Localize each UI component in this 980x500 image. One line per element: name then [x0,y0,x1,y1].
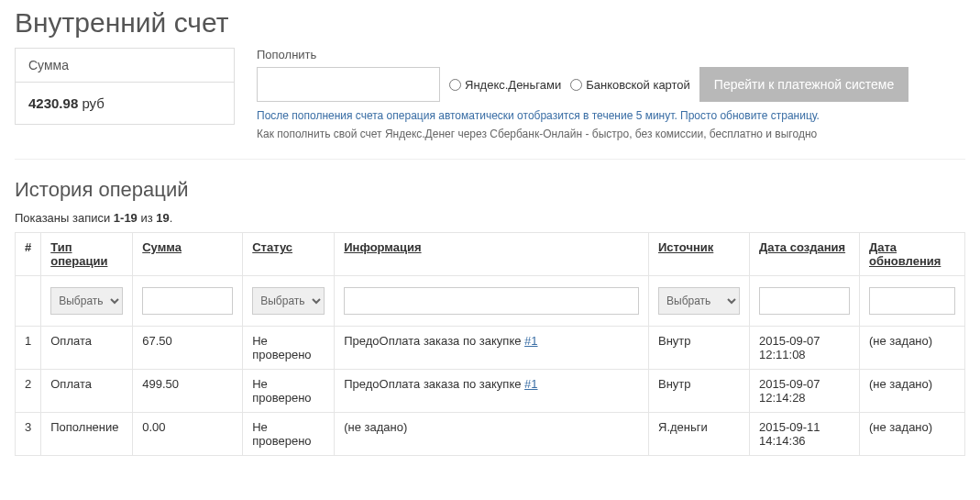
header-info-link[interactable]: Информация [344,240,421,254]
filter-created-input[interactable] [759,287,850,315]
order-link[interactable]: #1 [524,334,537,348]
header-created-link[interactable]: Дата создания [759,240,845,254]
cell-idx: 1 [16,327,41,370]
cell-updated: (не задано) [860,413,965,456]
cell-type: Оплата [41,370,133,413]
radio-yandex-input[interactable] [449,79,461,91]
header-source-link[interactable]: Источник [658,240,713,254]
header-status-link[interactable]: Статус [252,240,292,254]
cell-status: Не проверено [243,370,335,413]
topup-hint-2: Как пополнить свой счет Яндекс.Денег чер… [257,128,965,140]
records-info: Показаны записи 1-19 из 19. [15,211,965,225]
cell-created: 2015-09-07 12:11:08 [750,327,860,370]
cell-updated: (не задано) [860,370,965,413]
cell-status: Не проверено [243,327,335,370]
filter-updated-input[interactable] [869,287,955,315]
table-row: 3Пополнение0.00Не проверено(не задано)Я.… [16,413,965,456]
history-table: # Тип операции Сумма Статус Информация И… [15,232,965,456]
filter-status-select[interactable]: Выбрать [252,287,325,315]
header-updated-link[interactable]: Дата обновления [869,240,941,268]
page-title: Внутренний счет [15,7,965,39]
topup-title: Пополнить [257,48,965,61]
radio-yandex[interactable]: Яндекс.Деньгами [449,78,561,92]
cell-created: 2015-09-07 12:14:28 [750,370,860,413]
table-row: 1Оплата67.50Не провереноПредоОплата зака… [16,327,965,370]
cell-idx: 3 [16,413,41,456]
cell-info: (не задано) [335,413,649,456]
cell-updated: (не задано) [860,327,965,370]
table-row: 2Оплата499.50Не провереноПредоОплата зак… [16,370,965,413]
topup-hint-1: После пополнения счета операция автомати… [257,109,965,122]
filter-info-input[interactable] [344,287,639,315]
go-to-payment-button[interactable]: Перейти к платежной системе [699,67,908,102]
cell-type: Пополнение [41,413,133,456]
balance-value: 4230.98 руб [16,83,234,124]
radio-card-input[interactable] [570,79,582,91]
cell-source: Внутр [649,370,750,413]
cell-idx: 2 [16,370,41,413]
cell-type: Оплата [41,327,133,370]
cell-created: 2015-09-11 14:14:36 [750,413,860,456]
balance-box: Сумма 4230.98 руб [15,48,235,125]
cell-info: ПредоОплата заказа по закупке #1 [335,370,649,413]
history-title: История операций [15,178,965,202]
radio-card[interactable]: Банковской картой [570,78,690,92]
filter-source-select[interactable]: Выбрать [658,287,740,315]
cell-sum: 67.50 [133,327,243,370]
header-idx: # [16,233,41,276]
cell-sum: 499.50 [133,370,243,413]
order-link[interactable]: #1 [524,377,537,391]
filter-sum-input[interactable] [142,287,233,315]
cell-sum: 0.00 [133,413,243,456]
cell-source: Я.деньги [649,413,750,456]
balance-label: Сумма [16,49,234,83]
header-sum-link[interactable]: Сумма [142,240,182,254]
cell-status: Не проверено [243,413,335,456]
topup-section: Пополнить Яндекс.Деньгами Банковской кар… [257,48,965,140]
cell-info: ПредоОплата заказа по закупке #1 [335,327,649,370]
cell-source: Внутр [649,327,750,370]
filter-type-select[interactable]: Выбрать [50,287,123,315]
header-type-link[interactable]: Тип операции [50,240,107,268]
topup-amount-input[interactable] [257,67,440,102]
